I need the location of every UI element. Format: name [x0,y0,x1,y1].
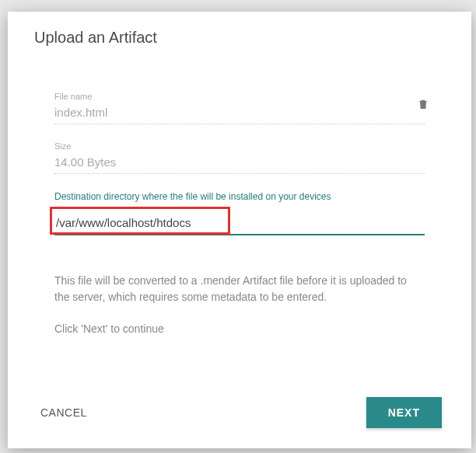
size-field: Size 14.00 Bytes [54,141,425,174]
file-name-field: File name index.html [54,92,425,124]
info-text-2: Click 'Next' to continue [54,321,425,337]
cancel-button[interactable]: CANCEL [37,400,90,425]
destination-label: Destination directory where the file wil… [54,191,425,202]
destination-input-wrap [54,213,425,235]
size-label: Size [54,141,425,151]
form-area: File name index.html Size 14.00 Bytes De… [34,92,445,397]
next-button[interactable]: NEXT [366,397,442,428]
modal-actions: CANCEL NEXT [34,397,445,433]
trash-icon[interactable] [417,96,429,115]
file-name-label: File name [54,92,425,101]
size-value: 14.00 Bytes [54,155,425,174]
info-text-1: This file will be converted to a .mender… [54,273,425,305]
destination-input[interactable] [54,213,425,235]
upload-artifact-modal: Upload an Artifact File name index.html … [8,12,471,448]
file-name-value: index.html [54,106,425,124]
modal-title: Upload an Artifact [34,29,445,47]
